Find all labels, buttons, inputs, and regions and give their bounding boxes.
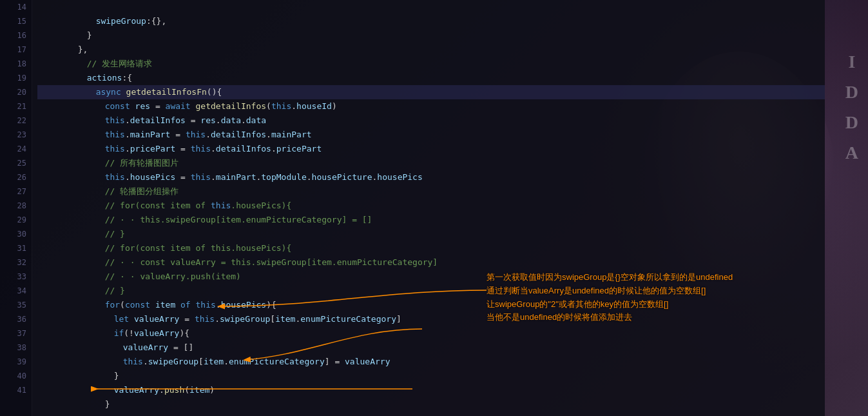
code-line-14: swipeGroup:{}, [37,0,825,14]
right-hints: I D D A [845,52,858,163]
code-line-16: }, [37,28,825,43]
line-num-38: 38 [0,341,32,355]
line-num-16: 16 [0,28,32,43]
annotation-line-3: 让swipeGroup的"2"或者其他的key的值为空数组[] [487,298,733,312]
arrow-1 [129,277,490,316]
line-num-29: 29 [0,213,32,227]
line-num-36: 36 [0,312,32,326]
line-num-26: 26 [0,170,32,184]
line-num-15: 15 [0,14,32,28]
arrow-2 [129,322,425,368]
hint-letter-2: D [845,82,858,103]
code-line-17: // 发生网络请求 [37,43,825,57]
line-num-22: 22 [0,114,32,128]
line-num-25: 25 [0,156,32,170]
line-num-18: 18 [0,57,32,71]
code-line-19: async getdetailInfosFn(){ [37,71,825,85]
line-num-39: 39 [0,355,32,369]
annotation-line-1: 第一次获取值时因为swipeGroup是{}空对象所以拿到的是undefined [487,271,733,284]
line-num-37: 37 [0,326,32,341]
line-num-33: 33 [0,270,32,284]
line-num-21: 21 [0,99,32,114]
line-num-14: 14 [0,0,32,14]
hint-letter-3: D [845,112,858,133]
annotation-box: 第一次获取值时因为swipeGroup是{}空对象所以拿到的是undefined… [487,271,733,324]
line-num-41: 41 [0,383,32,397]
line-numbers: 14 15 16 17 18 19 20 21 22 23 24 25 26 2… [0,0,32,416]
annotation-line-2: 通过判断当valueArry是undefined的时候让他的值为空数组[] [487,284,733,298]
line-num-32: 32 [0,255,32,270]
line-num-40: 40 [0,369,32,383]
code-line-18: actions:{ [37,57,825,71]
line-num-19: 19 [0,71,32,85]
line-num-24: 24 [0,142,32,156]
annotation-line-4: 当他不是undefined的时候将值添加进去 [487,311,733,324]
line-num-30: 30 [0,227,32,241]
line-num-20: 20 [0,85,32,99]
line-num-31: 31 [0,241,32,255]
line-num-28: 28 [0,199,32,213]
code-line-30: // for(const item of this.housePics){ [37,227,825,241]
line-num-35: 35 [0,298,32,312]
line-num-34: 34 [0,284,32,298]
line-num-23: 23 [0,128,32,142]
hint-letter-4: A [845,143,858,163]
line-num-27: 27 [0,184,32,199]
hint-letter-1: I [848,52,855,72]
arrow-3 [97,379,419,399]
line-num-17: 17 [0,43,32,57]
